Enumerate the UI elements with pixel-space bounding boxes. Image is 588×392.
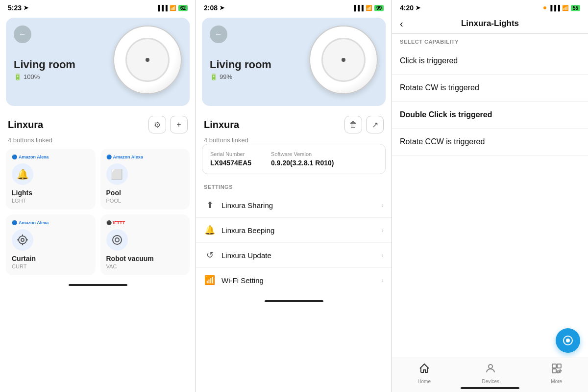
device-inner-2 <box>321 38 366 82</box>
fab-icon <box>562 335 574 346</box>
wifi-icon-1: 📶 <box>170 5 176 11</box>
capability-double-click[interactable]: Double Click is triggered <box>392 102 588 129</box>
hero-section-1: ← Living room 🔋 100% <box>6 18 190 106</box>
fab-button[interactable] <box>556 328 580 353</box>
hero-location-2: Living room <box>210 58 271 71</box>
devices-nav-label: Devices <box>482 379 500 384</box>
share-button-2[interactable]: ↗ <box>366 116 384 133</box>
beeping-label: Linxura Beeping <box>221 226 375 235</box>
update-icon: ↺ <box>204 250 216 261</box>
svg-rect-11 <box>552 364 556 368</box>
back-button-2[interactable]: ← <box>210 26 227 43</box>
status-bar-3: 4:20 ➤ ▐▐▐ 📶 55 <box>392 0 588 14</box>
status-icons-1: ▐▐▐ 📶 62 <box>156 5 188 11</box>
svg-point-6 <box>113 235 122 244</box>
card-code-pool: POOL <box>106 198 122 204</box>
status-bar-1: 5:23 ➤ ▐▐▐ 📶 62 <box>0 0 196 14</box>
location-icon-2: ➤ <box>220 4 224 11</box>
ifttt-icon-vacuum: ⚫ <box>106 220 112 225</box>
main-title-2: Linxura <box>204 119 239 131</box>
svg-point-0 <box>19 236 26 244</box>
serial-label: Serial Number <box>210 151 251 157</box>
time-1: 5:23 <box>8 4 22 12</box>
devices-nav-icon <box>485 363 496 377</box>
status-icons-3: ▐▐▐ 📶 55 <box>543 5 580 11</box>
card-code-lights: LGHT <box>12 198 26 204</box>
serial-value: LX94574EA5 <box>210 159 251 167</box>
card-pool[interactable]: 🔵 Amazon Alexa ⬜ Pool POOL <box>100 149 190 209</box>
amazon-icon-pool: 🔵 <box>106 155 112 159</box>
card-icon-lights: 🔔 <box>12 163 33 185</box>
card-curtain[interactable]: 🔵 Amazon Alexa Curtain CURT <box>6 214 96 275</box>
status-bar-2: 2:08 ➤ ▐▐▐ 📶 99 <box>196 0 392 14</box>
card-code-curtain: CURT <box>12 263 26 269</box>
battery-badge-1: 62 <box>178 5 188 11</box>
title-row-1: Linxura ⚙ + <box>0 110 196 135</box>
back-button-3[interactable]: ‹ <box>400 18 403 29</box>
settings-item-sharing[interactable]: ⬆ Linxura Sharing › <box>196 193 392 218</box>
settings-button-1[interactable]: ⚙ <box>148 116 166 133</box>
wifi-label: Wi-Fi Setting <box>221 276 375 285</box>
capability-rotate-cw[interactable]: Rotate CW is triggered <box>392 75 588 102</box>
device-image-1 <box>113 26 182 94</box>
panel-3: 4:20 ➤ ▐▐▐ 📶 55 ‹ Linxura-Lights SELECT … <box>392 0 588 392</box>
wifi-setting-icon: 📶 <box>204 275 216 286</box>
delete-button-2[interactable]: 🗑 <box>344 116 362 133</box>
card-name-lights: Lights <box>12 189 32 197</box>
settings-label-2: SETTINGS <box>196 178 392 193</box>
svg-point-1 <box>21 238 24 241</box>
settings-item-beeping[interactable]: 🔔 Linxura Beeping › <box>196 218 392 243</box>
back-button-1[interactable]: ← <box>14 26 31 43</box>
battery-badge-3: 55 <box>571 5 580 11</box>
nav-devices[interactable]: Devices <box>482 363 500 384</box>
sharing-icon: ⬆ <box>204 200 216 210</box>
signal-icon-2: ▐▐▐ <box>352 5 363 11</box>
wifi-icon-2: 📶 <box>366 5 372 11</box>
status-icons-2: ▐▐▐ 📶 99 <box>352 5 384 11</box>
panel-1: 5:23 ➤ ▐▐▐ 📶 62 ← Living room 🔋 100% Lin… <box>0 0 196 392</box>
chevron-wifi: › <box>381 276 384 284</box>
card-code-vacuum: VAC <box>106 263 117 269</box>
subtitle-1: 4 buttons linked <box>8 136 196 144</box>
hero-battery-1: 🔋 100% <box>14 73 75 80</box>
capability-rotate-ccw[interactable]: Rotate CCW is triggered <box>392 129 588 156</box>
svg-point-7 <box>115 238 119 242</box>
device-dot-1 <box>146 58 149 62</box>
more-nav-icon <box>551 363 563 377</box>
add-button-1[interactable]: + <box>170 116 188 133</box>
card-badge-vacuum: ⚫ IFTTT <box>106 220 125 225</box>
beeping-icon: 🔔 <box>204 225 216 235</box>
subtitle-2: 4 buttons linked <box>204 136 392 144</box>
card-lights[interactable]: 🔵 Amazon Alexa 🔔 Lights LGHT <box>6 149 96 209</box>
svg-point-9 <box>566 339 570 342</box>
select-cap-label: SELECT CAPABILITY <box>392 34 588 48</box>
home-indicator-3 <box>461 387 519 389</box>
chevron-update: › <box>381 251 384 259</box>
main-title-1: Linxura <box>8 119 43 131</box>
sharing-label: Linxura Sharing <box>221 201 375 209</box>
settings-item-update[interactable]: ↺ Linxura Update › <box>196 243 392 268</box>
nav-home[interactable]: Home <box>417 363 431 384</box>
settings-item-wifi[interactable]: 📶 Wi-Fi Setting › <box>196 268 392 292</box>
card-vacuum[interactable]: ⚫ IFTTT Robot vacuum VAC <box>100 214 190 275</box>
update-label: Linxura Update <box>221 251 375 260</box>
location-icon-3: ➤ <box>416 4 420 11</box>
wifi-icon-3: 📶 <box>562 5 569 11</box>
card-badge-lights: 🔵 Amazon Alexa <box>12 155 49 159</box>
more-nav-label: More <box>551 379 562 384</box>
serial-info: Serial Number LX94574EA5 <box>210 151 251 167</box>
software-label: Software Version <box>271 151 334 157</box>
battery-badge-2: 99 <box>374 5 384 11</box>
software-value: 0.9.20(3.2.8.1 R010) <box>271 159 334 167</box>
location-icon-1: ➤ <box>24 4 28 11</box>
capability-click[interactable]: Click is triggered <box>392 48 588 75</box>
card-icon-vacuum <box>106 229 128 251</box>
hero-section-2: ← Living room 🔋 99% <box>202 18 386 106</box>
card-name-pool: Pool <box>106 189 121 197</box>
signal-icon-1: ▐▐▐ <box>156 5 167 11</box>
battery-icon-2: 🔋 <box>210 73 218 80</box>
nav-more[interactable]: More <box>551 363 563 384</box>
software-info: Software Version 0.9.20(3.2.8.1 R010) <box>271 151 334 167</box>
card-name-vacuum: Robot vacuum <box>106 255 154 262</box>
device-dot-2 <box>342 58 345 62</box>
